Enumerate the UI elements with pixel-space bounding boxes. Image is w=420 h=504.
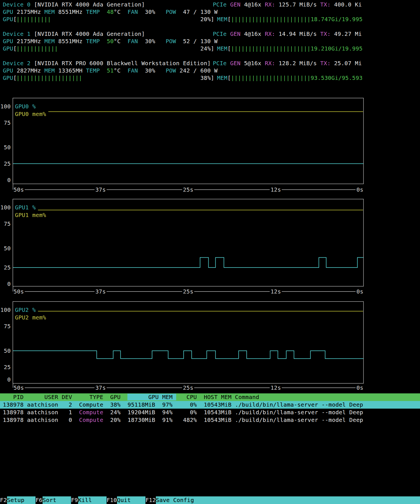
device-0-mem-usage-text: 18.747Gi/19.995	[311, 16, 362, 23]
process-row-2-type: Compute	[79, 417, 103, 423]
process-row-0-stats: 38% 95118MiB 97% 0% 10543MiB ./build/bin…	[103, 401, 363, 408]
svg-text:0s: 0s	[356, 288, 363, 295]
process-row-1-fields: 138978 aatchison 1	[3, 409, 79, 416]
device-2-pcie-gen: 5@16x	[244, 60, 265, 67]
svg-text:12s: 12s	[271, 186, 281, 193]
process-row-selected[interactable]: 138978 aatchison 2 Compute 38% 95118MiB …	[0, 401, 420, 409]
temp-label: TEMP	[86, 8, 107, 15]
f2-key: F2	[0, 496, 7, 504]
svg-text:25: 25	[4, 264, 11, 271]
device-2-label: Device 2	[3, 60, 30, 67]
svg-text:GPU2 mem%: GPU2 mem%	[15, 314, 46, 321]
device-1-fan: 30%	[145, 38, 166, 45]
gpu-gauge-label: GPU	[3, 45, 13, 52]
tx-label: TX:	[320, 1, 334, 8]
svg-text:0: 0	[7, 376, 11, 383]
device-0-rx: 125.7 MiB/s	[279, 1, 320, 8]
pcie-label: PCIe	[213, 60, 227, 67]
gen-label: GEN	[227, 60, 244, 67]
device-0-gpu-util-pct: 20%	[200, 16, 211, 23]
device-0-gauges: GPU[ |||||||||| 20%] MEM[|||||||||||||||…	[0, 16, 420, 23]
process-row[interactable]: 138978 aatchison 1 Compute 24% 19204MiB …	[0, 409, 420, 416]
temp-unit: °C	[114, 67, 127, 74]
quit-button[interactable]: Quit	[117, 496, 145, 504]
device-2-power: 242 / 600 W	[180, 67, 218, 74]
device-1-title-line: Device 1 [NVIDIA RTX 4000 Ada Generation…	[0, 30, 420, 38]
svg-text:50s: 50s	[14, 186, 24, 193]
f12-key: F12	[145, 496, 156, 504]
device-1-name: [NVIDIA RTX 4000 Ada Generation]	[30, 30, 145, 37]
f10-key: F10	[107, 496, 117, 504]
pow-label: POW	[166, 38, 180, 45]
device-0-temp: 48	[107, 8, 114, 15]
device-0-fan: 30%	[145, 8, 166, 15]
gpu-clock-label: GPU	[3, 38, 17, 45]
temp-label: TEMP	[86, 38, 107, 45]
svg-text:50: 50	[4, 144, 11, 151]
device-1-label: Device 1	[3, 30, 30, 37]
process-row[interactable]: 138978 aatchison 0 Compute 20% 18730MiB …	[0, 416, 420, 424]
svg-text:37s: 37s	[95, 186, 106, 193]
header-sort-column-gpu-mem[interactable]: GPU MEM	[127, 394, 176, 400]
tx-label: TX:	[320, 30, 334, 37]
svg-text:25: 25	[4, 160, 11, 167]
device-2-gauges: GPU[ ||||||||||||||||||| 38%] MEM[||||||…	[0, 74, 420, 82]
svg-text:0s: 0s	[356, 186, 363, 193]
device-0-name: [NVIDIA RTX 4000 Ada Generation]	[30, 1, 145, 8]
mem-gauge-open-bracket: [	[227, 74, 231, 81]
tx-label: TX:	[320, 60, 334, 67]
svg-text:37s: 37s	[95, 384, 106, 391]
process-row-1-type: Compute	[79, 409, 103, 416]
setup-button[interactable]: Setup	[7, 496, 36, 504]
device-0-power: 47 / 130 W	[180, 8, 218, 15]
mem-gauge-label: MEM	[217, 45, 227, 52]
header-left-columns: PID USER DEV TYPE GPU	[3, 394, 127, 400]
device-2-gpu-gauge-bars: |||||||||||||||||||	[16, 74, 82, 82]
device-2-fan: 30%	[145, 67, 166, 74]
device-1-gauges: GPU[ |||||||||||| 24%] MEM[|||||||||||||…	[0, 45, 420, 52]
device-0-pcie-gen: 4@16x	[244, 1, 265, 8]
device-2-gpu-util-pct: 38%	[200, 74, 211, 81]
process-row-2-stats: 20% 18730MiB 91% 482% 10543MiB ./build/b…	[103, 417, 363, 423]
mem-gauge-label: MEM	[217, 16, 227, 23]
svg-text:50s: 50s	[14, 288, 24, 295]
temp-unit: °C	[114, 38, 127, 45]
svg-text:75: 75	[4, 323, 11, 330]
device-2-temp: 51	[107, 67, 114, 74]
rx-label: RX:	[265, 60, 278, 67]
device-0-gpu-gauge-bars: ||||||||||	[16, 16, 51, 23]
f9-key: F9	[71, 496, 78, 504]
svg-text:GPU1 %: GPU1 %	[15, 204, 36, 211]
fan-label: FAN	[128, 67, 145, 74]
svg-text:75: 75	[4, 119, 11, 126]
sort-button[interactable]: Sort	[43, 496, 71, 504]
device-1-gpu-util-pct: 24%	[200, 45, 211, 52]
device-1-pcie-gen: 4@16x	[244, 30, 265, 37]
svg-text:25: 25	[4, 364, 11, 371]
process-row-0-fields: 138978 aatchison 2	[3, 401, 79, 408]
gpu-gauge-close-bracket: ]	[211, 45, 214, 52]
kill-button[interactable]: Kill	[78, 496, 107, 504]
temp-unit: °C	[114, 8, 127, 15]
gpu-clock-label: GPU	[3, 67, 17, 74]
device-2-mem-usage-text: 93.530Gi/95.593	[311, 74, 362, 81]
svg-text:0: 0	[7, 281, 11, 287]
save-config-button[interactable]: Save Config	[156, 496, 420, 504]
device-0-label: Device 0	[3, 1, 30, 8]
pcie-label: PCIe	[213, 30, 227, 37]
device-0-tx: 400.0 Ki	[334, 1, 362, 8]
gpu-clock-label: GPU	[3, 8, 17, 15]
svg-text:100: 100	[0, 204, 11, 211]
svg-text:25s: 25s	[183, 384, 193, 391]
device-1-mem-usage-text: 19.210Gi/19.995	[311, 45, 362, 52]
svg-text:0s: 0s	[356, 384, 363, 391]
device-1-stats-line: GPU 2175MHz MEM 8551MHz TEMP 50°C FAN 30…	[0, 38, 420, 45]
device-0-mem-gauge-bars: |||||||||||||||||||||||	[231, 16, 311, 23]
mem-clock-label: MEM	[45, 38, 58, 45]
process-row-2-fields: 138978 aatchison 0	[3, 417, 79, 423]
device-1-power: 52 / 130 W	[180, 38, 218, 45]
pow-label: POW	[166, 67, 180, 74]
svg-text:12s: 12s	[271, 384, 281, 391]
svg-text:37s: 37s	[95, 288, 106, 295]
svg-text:GPU2 %: GPU2 %	[15, 306, 36, 313]
